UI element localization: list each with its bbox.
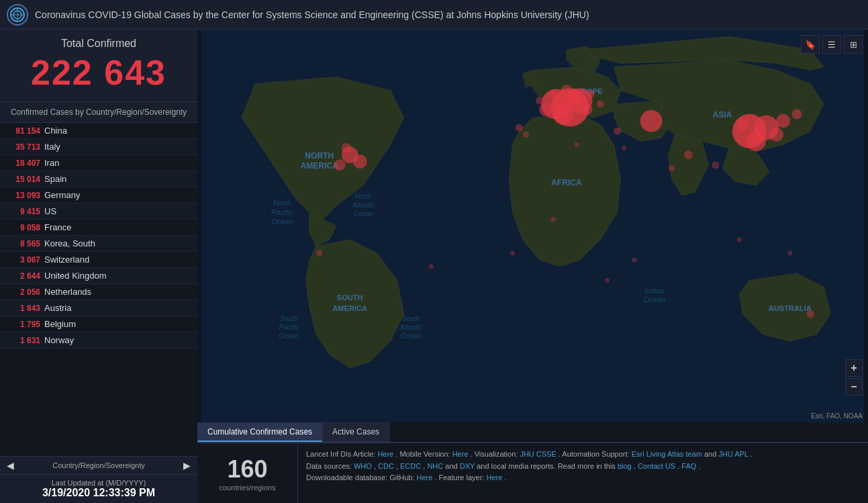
country-row[interactable]: 2 056Netherlands <box>0 284 197 300</box>
country-name: Iran <box>44 158 59 168</box>
sidebar: Total Confirmed 222 643 Confirmed Cases … <box>0 30 197 503</box>
country-row[interactable]: 13 093Germany <box>0 187 197 203</box>
svg-text:Pacific: Pacific <box>279 324 299 331</box>
zoom-controls: + − <box>845 359 863 396</box>
grid-view-btn[interactable]: ⊞ <box>844 35 863 54</box>
info-link-ecdc[interactable]: ECDC <box>400 462 421 470</box>
country-count: 18 407 <box>7 158 40 168</box>
info-text-1b: . Mobile Version: <box>395 450 452 458</box>
info-link-github[interactable]: Here <box>417 473 433 482</box>
country-name: Italy <box>44 142 60 152</box>
svg-point-60 <box>788 251 792 255</box>
tab-bar: Cumulative Confirmed CasesActive Cases <box>197 422 868 443</box>
info-link-cdc[interactable]: CDC <box>378 462 394 470</box>
nav-prev-arrow[interactable]: ◀ <box>7 460 14 471</box>
country-count: 1 631 <box>7 336 40 345</box>
country-name: Germany <box>44 190 80 200</box>
bottom-bar: 160 countries/regions Lancet Inf Dis Art… <box>197 443 868 503</box>
app-title: Coronavirus COVID-19 Global Cases by the… <box>35 9 861 20</box>
country-count: 8 565 <box>7 239 40 248</box>
country-row[interactable]: 3 067Switzerland <box>0 252 197 268</box>
svg-point-66 <box>622 146 626 150</box>
svg-point-64 <box>737 238 741 242</box>
info-link-jhu-apl[interactable]: JHU APL <box>718 450 748 458</box>
country-list[interactable]: 81 154China35 713Italy18 407Iran15 014Sp… <box>0 123 197 456</box>
info-link-blog[interactable]: blog <box>618 462 632 470</box>
svg-text:SOUTH: SOUTH <box>337 293 363 302</box>
svg-text:South: South <box>402 315 420 322</box>
svg-text:Pacific: Pacific <box>271 208 293 216</box>
info-text-3b: . Feature layer: <box>434 473 486 482</box>
country-name: France <box>44 222 71 232</box>
nav-next-arrow[interactable]: ▶ <box>183 460 191 471</box>
info-link-mobile[interactable]: Here <box>452 450 469 458</box>
country-name: Netherlands <box>44 287 91 297</box>
countries-count: 160 <box>227 455 267 484</box>
list-view-btn[interactable]: ☰ <box>822 35 841 54</box>
svg-text:Ocean: Ocean <box>401 332 421 340</box>
info-link-esri[interactable]: Esri Living Atlas team <box>632 450 702 458</box>
info-text-2i: . <box>698 462 700 470</box>
country-row[interactable]: 35 713Italy <box>0 139 197 155</box>
country-row[interactable]: 15 014Spain <box>0 171 197 187</box>
country-name: Korea, South <box>44 238 95 248</box>
info-link-faq[interactable]: FAQ <box>681 462 696 470</box>
country-name: Norway <box>44 335 74 345</box>
total-confirmed-number: 222 643 <box>7 54 191 92</box>
country-count: 2 644 <box>7 271 40 281</box>
svg-point-62 <box>632 258 636 262</box>
svg-point-34 <box>561 85 572 96</box>
info-link-who[interactable]: WHO <box>354 462 372 470</box>
country-row[interactable]: 1 631Norway <box>0 332 197 349</box>
svg-point-37 <box>597 101 604 107</box>
country-count: 9 058 <box>7 223 40 232</box>
zoom-in-btn[interactable]: + <box>845 359 863 377</box>
countries-label: countries/regions <box>220 484 276 492</box>
svg-point-50 <box>342 143 351 152</box>
last-updated: Last Updated at (M/D/YYYY) 3/19/2020 12:… <box>0 474 197 503</box>
info-text-1c: . Visualization: <box>471 450 520 458</box>
svg-point-54 <box>684 151 692 159</box>
country-row[interactable]: 18 407Iran <box>0 155 197 171</box>
app-header: Coronavirus COVID-19 Global Cases by the… <box>0 0 868 30</box>
svg-point-52 <box>523 132 528 137</box>
info-text-1: Lancet Inf Dis Article: <box>306 450 377 458</box>
svg-text:Atlantic: Atlantic <box>399 324 422 331</box>
total-confirmed-label: Total Confirmed <box>7 38 191 50</box>
last-updated-label: Last Updated at (M/D/YYYY) <box>7 479 191 487</box>
country-row[interactable]: 8 565Korea, South <box>0 236 197 252</box>
country-count: 15 014 <box>7 175 40 184</box>
svg-point-57 <box>317 250 322 256</box>
info-line-2: Data sources: WHO , CDC , ECDC , NHC and… <box>306 461 860 473</box>
country-row[interactable]: 9 058France <box>0 220 197 236</box>
info-link-article[interactable]: Here <box>377 450 393 458</box>
country-row[interactable]: 1 795Belgium <box>0 316 197 332</box>
svg-text:AUSTRALIA: AUSTRALIA <box>769 304 812 312</box>
bookmark-btn[interactable]: 🔖 <box>801 35 820 54</box>
info-link-jhu[interactable]: JHU CSSE <box>520 450 556 458</box>
svg-text:Atlantic: Atlantic <box>352 201 375 209</box>
tab-1[interactable]: Active Cases <box>322 422 389 442</box>
country-row[interactable]: 9 415US <box>0 203 197 220</box>
zoom-out-btn[interactable]: − <box>845 378 863 396</box>
country-row[interactable]: 2 644United Kingdom <box>0 268 197 284</box>
info-text-1f: . <box>751 450 753 458</box>
country-count: 1 795 <box>7 320 40 329</box>
info-link-nhc[interactable]: NHC <box>427 462 443 470</box>
country-row[interactable]: 81 154China <box>0 123 197 139</box>
svg-point-35 <box>549 90 557 98</box>
country-row[interactable]: 1 843Austria <box>0 300 197 316</box>
info-link-dxy[interactable]: DXY <box>460 462 475 470</box>
country-name: Belgium <box>44 319 76 329</box>
svg-point-61 <box>605 278 609 282</box>
info-link-contact[interactable]: Contact US <box>638 462 675 470</box>
map-toolbar: 🔖 ☰ ⊞ <box>801 35 863 54</box>
confirmed-by-region-label: Confirmed Cases by Country/Region/Sovere… <box>0 102 197 123</box>
tab-0[interactable]: Cumulative Confirmed Cases <box>197 422 322 442</box>
info-text-3c: . <box>504 473 506 482</box>
svg-point-65 <box>575 142 579 146</box>
info-link-feature[interactable]: Here <box>486 473 502 482</box>
right-content: North Pacific Ocean North Atlantic Ocean… <box>197 30 868 503</box>
bottom-info: Lancet Inf Dis Article: Here . Mobile Ve… <box>298 443 868 503</box>
total-confirmed-section: Total Confirmed 222 643 <box>0 30 197 102</box>
